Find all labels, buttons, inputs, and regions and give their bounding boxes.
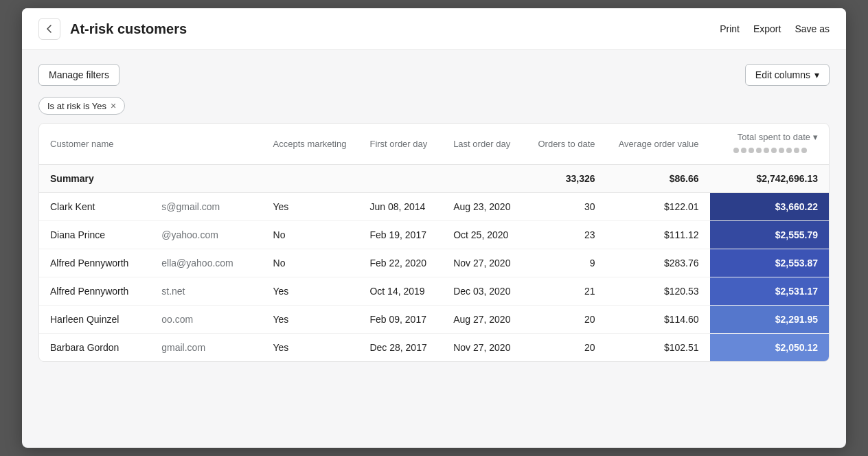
accepts-marketing: Yes — [262, 334, 359, 362]
total-spent: $2,291.95 — [710, 306, 829, 334]
orders-to-date: 20 — [526, 334, 606, 362]
export-button[interactable]: Export — [753, 23, 781, 34]
dot — [756, 148, 762, 153]
filter-tags: Is at risk is Yes × — [38, 97, 830, 115]
last-order-day: Aug 27, 2020 — [442, 306, 526, 334]
avg-order-value: $114.60 — [606, 306, 710, 334]
data-table: Customer name Accepts marketing First or… — [38, 123, 830, 362]
avg-order-value: $111.12 — [606, 221, 710, 249]
total-spent: $2,553.87 — [710, 249, 829, 277]
orders-to-date: 23 — [526, 221, 606, 249]
last-order-day: Oct 25, 2020 — [442, 221, 526, 249]
dot — [786, 148, 792, 153]
table-row: Clark Kent s@gmail.com Yes Jun 08, 2014 … — [39, 193, 829, 221]
summary-avg: $86.66 — [606, 165, 710, 193]
table-row: Diana Prince @yahoo.com No Feb 19, 2017 … — [39, 221, 829, 249]
col-header-accepts-marketing: Accepts marketing — [262, 124, 359, 165]
total-spent: $2,050.12 — [710, 334, 829, 362]
customers-table: Customer name Accepts marketing First or… — [39, 124, 829, 361]
chevron-down-icon: ▾ — [814, 69, 819, 80]
accepts-marketing: Yes — [262, 277, 359, 306]
header-actions: Print Export Save as — [720, 23, 830, 34]
customer-name: Diana Prince — [39, 221, 150, 249]
summary-label: Summary — [39, 165, 150, 193]
last-order-day: Dec 03, 2020 — [442, 277, 526, 306]
customer-email: s@gmail.com — [150, 193, 262, 221]
accepts-marketing: Yes — [262, 306, 359, 334]
orders-to-date: 21 — [526, 277, 606, 306]
first-order-day: Feb 09, 2017 — [358, 306, 442, 334]
col-header-first-order: First order day — [358, 124, 442, 165]
col-header-customer-name: Customer name — [39, 124, 150, 165]
customer-email: gmail.com — [150, 334, 262, 362]
first-order-day: Feb 22, 2020 — [358, 249, 442, 277]
customer-email: st.net — [150, 277, 262, 306]
dot — [779, 148, 784, 153]
filter-tag-remove[interactable]: × — [111, 100, 116, 111]
first-order-day: Feb 19, 2017 — [358, 221, 442, 249]
customer-name: Alfred Pennyworth — [39, 249, 150, 277]
summary-marketing — [262, 165, 359, 193]
table-header-row: Customer name Accepts marketing First or… — [39, 124, 829, 165]
back-button[interactable] — [38, 18, 60, 40]
print-button[interactable]: Print — [720, 23, 740, 34]
last-order-day: Nov 27, 2020 — [442, 334, 526, 362]
customer-email: oo.com — [150, 306, 262, 334]
manage-filters-button[interactable]: Manage filters — [38, 64, 119, 86]
edit-columns-button[interactable]: Edit columns ▾ — [745, 64, 830, 86]
customer-name: Clark Kent — [39, 193, 150, 221]
total-spent: $3,660.22 — [710, 193, 829, 221]
toolbar: Manage filters Edit columns ▾ — [38, 64, 830, 86]
orders-to-date: 9 — [526, 249, 606, 277]
summary-first — [358, 165, 442, 193]
last-order-day: Aug 23, 2020 — [442, 193, 526, 221]
avg-order-value: $122.01 — [606, 193, 710, 221]
content: Manage filters Edit columns ▾ Is at risk… — [22, 50, 846, 376]
header: At-risk customers Print Export Save as — [22, 8, 846, 50]
dot — [733, 148, 739, 153]
dot — [771, 148, 777, 153]
summary-total: $2,742,696.13 — [710, 165, 829, 193]
sort-desc-icon: ▾ — [813, 132, 818, 142]
save-as-button[interactable]: Save as — [795, 23, 830, 34]
accepts-marketing: No — [262, 221, 359, 249]
filter-tag-label: Is at risk is Yes — [47, 101, 106, 111]
col-header-email — [150, 124, 262, 165]
col-header-total-spent[interactable]: Total spent to date ▾ — [710, 124, 829, 165]
first-order-day: Dec 28, 2017 — [358, 334, 442, 362]
page-title: At-risk customers — [70, 21, 720, 37]
col-header-avg-order: Average order value — [606, 124, 710, 165]
summary-email — [150, 165, 262, 193]
table-row: Barbara Gordon gmail.com Yes Dec 28, 201… — [39, 334, 829, 362]
customer-email: @yahoo.com — [150, 221, 262, 249]
customer-name: Harleen Quinzel — [39, 306, 150, 334]
total-spent: $2,531.17 — [710, 277, 829, 306]
accepts-marketing: No — [262, 249, 359, 277]
customer-name: Barbara Gordon — [39, 334, 150, 362]
column-dots — [721, 142, 818, 156]
customer-email: ella@yahoo.com — [150, 249, 262, 277]
customer-name: Alfred Pennyworth — [39, 277, 150, 306]
accepts-marketing: Yes — [262, 193, 359, 221]
orders-to-date: 30 — [526, 193, 606, 221]
orders-to-date: 20 — [526, 306, 606, 334]
summary-orders: 33,326 — [526, 165, 606, 193]
col-header-orders: Orders to date — [526, 124, 606, 165]
main-window: At-risk customers Print Export Save as M… — [22, 8, 846, 448]
table-row: Harleen Quinzel oo.com Yes Feb 09, 2017 … — [39, 306, 829, 334]
avg-order-value: $102.51 — [606, 334, 710, 362]
back-icon — [44, 23, 55, 34]
last-order-day: Nov 27, 2020 — [442, 249, 526, 277]
summary-row: Summary 33,326 $86.66 $2,742,696.13 — [39, 165, 829, 193]
avg-order-value: $120.53 — [606, 277, 710, 306]
filter-tag-at-risk: Is at risk is Yes × — [38, 97, 125, 115]
first-order-day: Jun 08, 2014 — [358, 193, 442, 221]
dot — [764, 148, 769, 153]
dot — [749, 148, 754, 153]
first-order-day: Oct 14, 2019 — [358, 277, 442, 306]
dot — [794, 148, 799, 153]
dot — [801, 148, 807, 153]
table-row: Alfred Pennyworth st.net Yes Oct 14, 201… — [39, 277, 829, 306]
summary-last — [442, 165, 526, 193]
avg-order-value: $283.76 — [606, 249, 710, 277]
